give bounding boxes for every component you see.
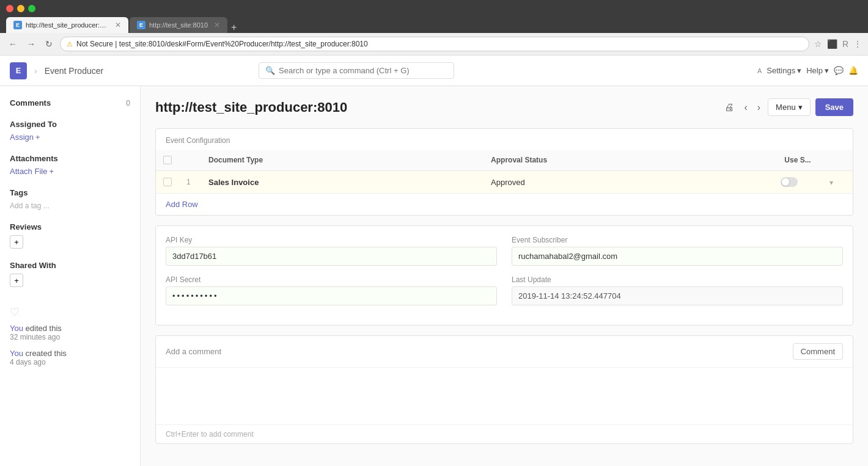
- api-secret-input[interactable]: [166, 286, 497, 305]
- select-all-checkbox[interactable]: [163, 156, 172, 164]
- api-secret-label: API Secret: [166, 275, 497, 284]
- api-key-group: API Key: [166, 236, 497, 266]
- print-button[interactable]: 🖨: [722, 100, 737, 115]
- menu-chevron-icon: ▾: [798, 103, 803, 112]
- next-button[interactable]: ›: [755, 100, 763, 115]
- document-type-cell[interactable]: Sales Invoice: [201, 171, 484, 194]
- chat-button[interactable]: 💬: [834, 66, 844, 75]
- add-shared-plus-icon: +: [14, 276, 19, 285]
- prev-button[interactable]: ‹: [741, 100, 749, 115]
- tab-close-2[interactable]: ✕: [214, 21, 220, 29]
- sidebar-attachments-section: Attachments Attach File +: [10, 154, 130, 176]
- event-subscriber-input[interactable]: [512, 247, 843, 266]
- search-icon: 🔍: [265, 66, 275, 75]
- sidebar-assigned-section: Assigned To Assign +: [10, 120, 130, 142]
- col-header-document-type: Document Type: [201, 150, 484, 171]
- attach-plus-icon: +: [49, 167, 54, 176]
- page-title: http://test_site_producer:8010: [155, 100, 347, 115]
- activity-item-1: You created this 4 days ago: [10, 349, 130, 366]
- comments-label: Comments: [10, 98, 51, 107]
- app-header: E › Event Producer 🔍 A Settings ▾ Help ▾…: [0, 56, 868, 86]
- activity-section: ♡ You edited this 32 minutes ago You cre…: [10, 305, 130, 366]
- page-title-bar: http://test_site_producer:8010 🖨 ‹ › Men…: [155, 98, 853, 116]
- menu-label: Menu: [776, 103, 796, 112]
- toggle-knob: [782, 178, 789, 186]
- forward-button[interactable]: →: [24, 38, 38, 50]
- col-header-actions: [822, 150, 853, 171]
- settings-button[interactable]: Settings ▾: [767, 66, 801, 75]
- add-row-button[interactable]: Add Row: [156, 194, 208, 215]
- chat-icon: 💬: [834, 66, 844, 75]
- comment-textarea[interactable]: [156, 368, 853, 423]
- header-search[interactable]: 🔍: [259, 62, 454, 79]
- api-top-row: API Key Event Subscriber: [166, 236, 843, 266]
- address-icons: ☆ ⬛ R ⋮: [814, 39, 862, 49]
- attach-file-link[interactable]: Attach File +: [10, 167, 54, 176]
- bell-button[interactable]: 🔔: [848, 66, 858, 75]
- assign-link[interactable]: Assign +: [10, 133, 40, 142]
- event-config-title: Event Configuration: [156, 129, 853, 150]
- address-field[interactable]: ⚠ Not Secure | test_site:8010/desk#Form/…: [60, 37, 809, 51]
- api-key-input[interactable]: [166, 247, 497, 266]
- tab-title-2: http://test_site:8010: [149, 21, 208, 29]
- app-logo: E: [10, 62, 27, 79]
- tab-favicon-1: E: [13, 21, 22, 29]
- api-card: API Key Event Subscriber API Secret Last: [155, 225, 853, 326]
- save-label: Save: [825, 103, 844, 112]
- activity-you-1: You: [10, 349, 23, 358]
- attach-file-label: Attach File: [10, 167, 47, 176]
- page-wrapper: Comments 0 Assigned To Assign + Attachme…: [0, 86, 868, 466]
- menu-button[interactable]: Menu ▾: [768, 98, 811, 116]
- col-header-use-s: Use S...: [773, 150, 822, 171]
- event-config-card: Event Configuration Document Type Approv…: [155, 128, 853, 216]
- new-tab-button[interactable]: +: [229, 22, 239, 33]
- add-review-button[interactable]: +: [10, 235, 23, 249]
- sidebar-comments-section: Comments 0: [10, 98, 130, 107]
- api-bottom-row: API Secret Last Update: [166, 275, 843, 305]
- col-header-approval-status: Approval Status: [484, 150, 773, 171]
- activity-item-0: You edited this 32 minutes ago: [10, 324, 130, 341]
- col-header-checkbox: [156, 150, 179, 171]
- help-button[interactable]: Help ▾: [806, 66, 829, 75]
- assigned-to-label: Assigned To: [10, 120, 57, 129]
- help-label: Help: [806, 66, 823, 75]
- header-actions: A Settings ▾ Help ▾ 💬 🔔: [757, 66, 858, 75]
- assign-plus-icon: +: [35, 133, 40, 142]
- traffic-light-yellow[interactable]: [17, 5, 24, 12]
- sidebar: Comments 0 Assigned To Assign + Attachme…: [0, 86, 141, 466]
- add-shared-button[interactable]: +: [10, 274, 23, 287]
- more-options-icon[interactable]: ⋮: [853, 39, 862, 49]
- settings-chevron-icon: ▾: [797, 66, 801, 75]
- profile-icon[interactable]: R: [842, 39, 848, 49]
- tab-close-1[interactable]: ✕: [115, 21, 121, 29]
- approval-status-value: Approved: [491, 178, 525, 187]
- attachments-label: Attachments: [10, 154, 58, 163]
- activity-action-1: created this: [26, 349, 67, 358]
- add-tag-link[interactable]: Add a tag ...: [10, 202, 50, 210]
- comment-button[interactable]: Comment: [793, 343, 843, 360]
- refresh-button[interactable]: ↻: [43, 38, 55, 50]
- traffic-light-red[interactable]: [6, 5, 13, 12]
- approval-status-cell[interactable]: Approved: [484, 171, 773, 194]
- row-dropdown-icon[interactable]: ▾: [829, 178, 833, 187]
- sidebar-shared-section: Shared With +: [10, 261, 130, 287]
- use-s-toggle[interactable]: [781, 177, 798, 187]
- last-update-label: Last Update: [512, 275, 843, 284]
- search-input[interactable]: [279, 66, 447, 75]
- browser-tab-active[interactable]: E http://test_site_producer:8010 ✕: [6, 17, 128, 33]
- bookmark-icon[interactable]: ☆: [814, 39, 822, 49]
- traffic-light-green[interactable]: [28, 5, 35, 12]
- add-tag-label: Add a tag ...: [10, 202, 50, 210]
- add-comment-label: Add a comment: [166, 347, 221, 356]
- browser-tab-inactive[interactable]: E http://test_site:8010 ✕: [130, 17, 227, 33]
- save-button[interactable]: Save: [815, 98, 853, 116]
- back-button[interactable]: ←: [6, 38, 20, 50]
- comment-footer: Ctrl+Enter to add comment: [156, 424, 853, 443]
- breadcrumb-text: Event Producer: [45, 66, 104, 76]
- row-checkbox[interactable]: [163, 178, 172, 186]
- tags-label: Tags: [10, 188, 28, 197]
- tab-title-1: http://test_site_producer:8010: [26, 21, 109, 29]
- event-config-table: Document Type Approval Status Use S...: [156, 150, 853, 194]
- breadcrumb-separator: ›: [34, 66, 37, 76]
- extensions-icon[interactable]: ⬛: [827, 39, 837, 49]
